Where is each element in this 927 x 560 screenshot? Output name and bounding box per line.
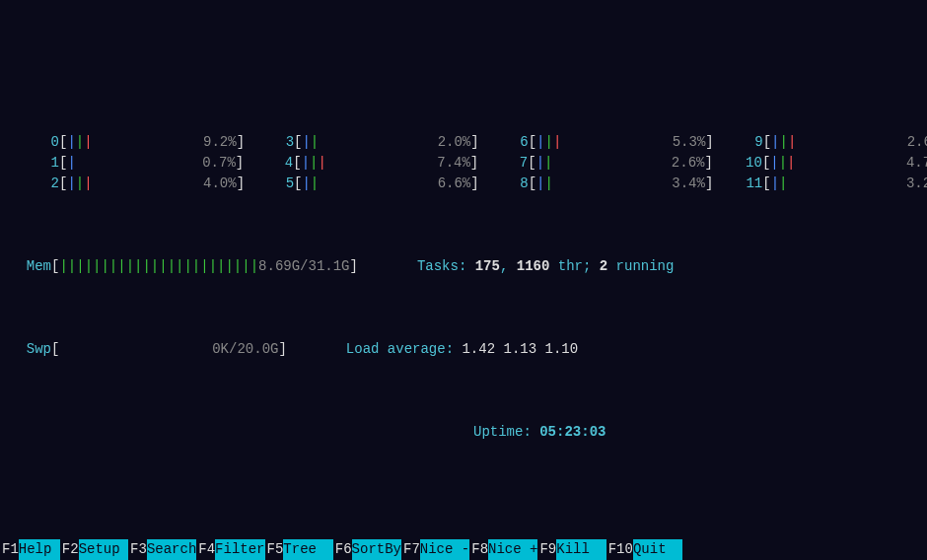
cpu-meter: 3[||2.0%] [245, 132, 479, 153]
swap-label: Swp [27, 341, 51, 357]
cpu-meter: 8[||3.4%] [479, 174, 714, 194]
htop-screen: 0[|||9.2%]3[||2.0%]6[|||5.3%]9[|||2.6%]1… [0, 83, 927, 560]
function-key[interactable]: F6SortBy [333, 539, 401, 560]
function-key[interactable]: F9Kill [537, 539, 606, 560]
swap-row: Swp[0K/20.0G] Load average: 1.42 1.13 1.… [0, 339, 927, 360]
mem-row: Mem[||||||||||||||||||||||||8.69G/31.1G]… [0, 256, 927, 277]
function-key[interactable]: F8Nice + [469, 539, 537, 560]
cpu-meter: 2[|||4.0%] [10, 174, 245, 194]
cpu-meter: 6[|||5.3%] [479, 132, 714, 153]
cpu-meters: 0[|||9.2%]3[||2.0%]6[|||5.3%]9[|||2.6%]1… [0, 132, 927, 194]
load-average: 1.42 1.13 1.10 [462, 341, 578, 357]
cpu-meter: 4[|||7.4%] [244, 153, 478, 174]
mem-usage: 8.69G/31.1G [258, 258, 349, 274]
cpu-meter: 0[|||9.2%] [10, 132, 245, 153]
running-count: 2 [600, 258, 607, 274]
cpu-meter: 5[||6.6%] [245, 174, 479, 194]
cpu-meter: 1[|0.7%] [10, 153, 244, 174]
threads-count: 1160 [517, 258, 550, 274]
function-key[interactable]: F5Tree [265, 539, 333, 560]
function-key[interactable]: F3Search [128, 539, 196, 560]
function-key[interactable]: F7Nice - [401, 539, 469, 560]
function-key[interactable]: F2Setup [60, 539, 128, 560]
function-key-bar: F1Help F2Setup F3SearchF4FilterF5Tree F6… [0, 539, 927, 560]
cpu-meter: 11[||3.2%] [713, 174, 927, 194]
function-key[interactable]: F1Help [0, 539, 60, 560]
tasks-count: 175 [475, 258, 500, 274]
cpu-meter: 9[|||2.6%] [714, 132, 927, 153]
cpu-meter: 10[|||4.7%] [713, 153, 927, 174]
cpu-meter: 7[||2.6%] [478, 153, 713, 174]
uptime-row: Uptime: 05:23:03 [0, 422, 927, 443]
function-key[interactable]: F10Quit [606, 539, 683, 560]
swap-usage: 0K/20.0G [59, 339, 278, 360]
mem-label: Mem [27, 258, 51, 274]
function-key[interactable]: F4Filter [196, 539, 264, 560]
uptime-value: 05:23:03 [539, 424, 606, 440]
